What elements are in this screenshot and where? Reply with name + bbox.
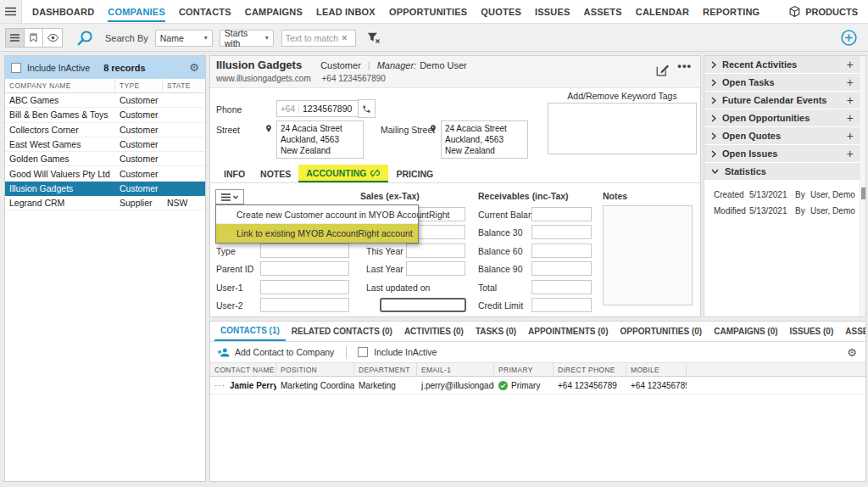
nav-issues[interactable]: ISSUES	[528, 0, 577, 23]
list-settings-gear-icon[interactable]: ⚙	[189, 62, 199, 73]
scrollbar-thumb[interactable]	[861, 188, 865, 199]
search-field-select[interactable]: Name ▾	[155, 30, 213, 47]
balance-60-input[interactable]	[531, 244, 592, 258]
user-1-input[interactable]	[260, 280, 349, 294]
this-year-input[interactable]	[406, 244, 465, 258]
mailing-map-pin-icon[interactable]	[429, 122, 437, 137]
total-input[interactable]	[531, 280, 592, 294]
include-inactive-checkbox[interactable]	[11, 63, 21, 73]
column-position[interactable]: POSITION	[276, 363, 354, 376]
keyword-tags-input[interactable]	[548, 103, 697, 154]
company-row[interactable]: East West GamesCustomer	[5, 137, 205, 152]
street-map-pin-icon[interactable]	[264, 122, 273, 137]
tab-notes[interactable]: NOTES	[253, 165, 298, 182]
user-2-input[interactable]	[260, 298, 349, 312]
tab-activities[interactable]: ACTIVITIES (0)	[398, 322, 470, 341]
column-department[interactable]: DEPARTMENT	[354, 363, 417, 376]
contacts-include-inactive-checkbox[interactable]	[358, 347, 368, 357]
contacts-settings-gear-icon[interactable]: ⚙	[847, 347, 857, 358]
dial-phone-button[interactable]	[358, 99, 376, 118]
last-updated-on-input[interactable]	[380, 298, 466, 312]
add-company-button[interactable]	[841, 30, 857, 46]
preview-button[interactable]	[43, 29, 62, 47]
current-balance-input[interactable]	[531, 207, 592, 221]
tab-opportunities[interactable]: OPPORTUNITIES (0)	[615, 322, 709, 341]
more-options-button[interactable]: •••	[677, 59, 692, 72]
nav-reporting[interactable]: REPORTING	[696, 0, 766, 23]
add-contact-button[interactable]	[217, 347, 230, 358]
phone-input[interactable]: +64 1234567890	[276, 100, 359, 117]
search-input[interactable]	[286, 33, 342, 43]
last-year-input[interactable]	[406, 261, 465, 276]
column-company-name[interactable]: COMPANY NAME	[5, 79, 115, 92]
nav-calendar[interactable]: CALENDAR	[629, 0, 696, 23]
tab-appointments[interactable]: APPOINTMENTS (0)	[522, 322, 614, 341]
section-open-quotes[interactable]: Open Quotes +	[704, 127, 865, 144]
bookmark-view-button[interactable]	[25, 29, 43, 47]
section-open-issues[interactable]: Open Issues +	[704, 145, 865, 162]
add-task-button[interactable]: +	[847, 76, 854, 88]
column-primary[interactable]: PRIMARY	[494, 363, 554, 376]
add-calendar-event-button[interactable]: +	[847, 94, 854, 106]
section-statistics[interactable]: Statistics	[704, 163, 865, 180]
company-row[interactable]: Golden GamesCustomer	[5, 152, 205, 166]
column-state[interactable]: STATE	[163, 79, 205, 92]
section-future-calendar-events[interactable]: Future Calendar Events +	[704, 92, 865, 109]
section-open-tasks[interactable]: Open Tasks +	[704, 74, 865, 91]
column-contact-name[interactable]: CONTACT NAME↑	[210, 363, 276, 376]
list-view-button[interactable]	[6, 29, 25, 47]
tab-assets[interactable]: ASSETS (0)	[839, 322, 865, 341]
edit-company-button[interactable]	[656, 63, 670, 80]
column-email-1[interactable]: EMAIL-1	[417, 363, 494, 376]
nav-companies[interactable]: COMPANIES	[101, 0, 172, 23]
tab-info[interactable]: INFO	[216, 165, 253, 182]
main-menu-button[interactable]	[0, 0, 22, 23]
tab-campaigns[interactable]: CAMPAIGNS (0)	[708, 322, 783, 341]
company-website[interactable]: www.illusiongadgets.com	[216, 74, 311, 83]
nav-lead-inbox[interactable]: LEAD INBOX	[309, 0, 382, 23]
nav-quotes[interactable]: QUOTES	[474, 0, 528, 23]
tab-related-contacts[interactable]: RELATED CONTACTS (0)	[286, 322, 398, 341]
clear-filter-icon[interactable]	[367, 32, 380, 43]
sidebar-scrollbar[interactable]	[860, 56, 865, 316]
menu-item-link-myob-account[interactable]: Link to existing MYOB AccountRight accou…	[216, 224, 418, 243]
tab-contacts[interactable]: CONTACTS (1)	[214, 322, 286, 341]
add-quote-button[interactable]: +	[847, 130, 854, 142]
credit-limit-input[interactable]	[531, 298, 592, 312]
company-row[interactable]: Bill & Ben Games & ToysCustomer	[5, 108, 205, 122]
clear-search-icon[interactable]: ×	[342, 32, 348, 44]
tab-pricing[interactable]: PRICING	[388, 165, 441, 182]
nav-contacts[interactable]: CONTACTS	[172, 0, 238, 23]
company-row[interactable]: Legrand CRMSupplierNSW	[5, 196, 205, 210]
tab-issues[interactable]: ISSUES (0)	[784, 322, 840, 341]
nav-products[interactable]: PRODUCTS	[788, 5, 868, 18]
balance-90-input[interactable]	[531, 261, 592, 276]
company-row-selected[interactable]: Illusion GadgetsCustomer	[5, 182, 205, 196]
menu-item-create-myob-account[interactable]: Create new Customer account in MYOB Acco…	[216, 205, 418, 224]
nav-assets[interactable]: ASSETS	[577, 0, 629, 23]
company-row[interactable]: ABC GamesCustomer	[5, 93, 205, 108]
add-contact-label[interactable]: Add Contact to Company	[235, 347, 334, 357]
nav-campaigns[interactable]: CAMPAIGNS	[238, 0, 309, 23]
add-opportunity-button[interactable]: +	[847, 112, 854, 124]
accounting-notes-input[interactable]	[603, 205, 693, 305]
type-input[interactable]	[260, 244, 349, 258]
parent-id-input[interactable]	[260, 261, 349, 276]
company-row[interactable]: Collectors CornerCustomer	[5, 123, 205, 137]
search-icon[interactable]	[76, 29, 94, 47]
add-recent-activity-button[interactable]: +	[847, 59, 854, 70]
search-operator-select[interactable]: Starts with ▾	[220, 30, 274, 47]
contact-row[interactable]: ···Jamie Perry Marketing Coordinator Mar…	[210, 377, 865, 395]
row-actions-icon[interactable]: ···	[214, 381, 225, 390]
add-issue-button[interactable]: +	[847, 148, 854, 160]
company-row[interactable]: Good Will Valuers Pty LtdCustomer	[5, 166, 205, 181]
mailing-street-input[interactable]: 24 Acacia Street Auckland, 4563 New Zeal…	[441, 120, 528, 159]
section-open-opportunities[interactable]: Open Opportunities +	[704, 109, 865, 126]
column-mobile[interactable]: MOBILE	[626, 363, 687, 376]
nav-dashboard[interactable]: DASHBOARD	[25, 0, 101, 23]
column-direct-phone[interactable]: DIRECT PHONE	[554, 363, 626, 376]
column-type[interactable]: TYPE	[115, 79, 163, 92]
street-input[interactable]: 24 Acacia Street Auckland, 4563 New Zeal…	[276, 120, 364, 159]
section-recent-activities[interactable]: Recent Activities +	[704, 56, 865, 73]
tab-accounting[interactable]: ACCOUNTING	[298, 165, 388, 182]
